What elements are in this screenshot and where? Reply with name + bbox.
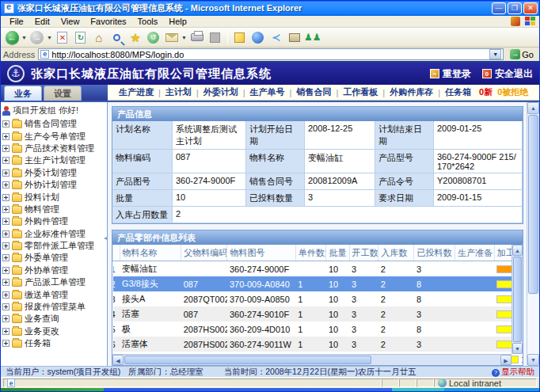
parts-vertical-scrollbar[interactable]: ▲ ▼	[511, 245, 523, 354]
nav-item[interactable]: 外委计划	[199, 86, 243, 98]
table-row[interactable]: 2G3/8接头087370-009-A084011032820 %	[113, 276, 523, 291]
scroll-down-icon[interactable]: ▼	[512, 343, 523, 354]
forward-button[interactable]: →	[29, 29, 45, 45]
nav-item[interactable]: 生产单号	[245, 86, 290, 98]
back-button[interactable]: ←	[4, 29, 20, 45]
tree-item[interactable]: 产品技术资料管理	[2, 143, 105, 154]
home-button[interactable]: ⌂	[91, 29, 107, 45]
page-scroll-up-icon[interactable]: ▲	[527, 102, 539, 114]
tree-item[interactable]: 企业标准件管理	[2, 228, 105, 240]
expand-plus-icon[interactable]	[2, 218, 10, 225]
tab-设置[interactable]: 设置	[44, 86, 82, 101]
show-help-link[interactable]: ?显示帮助	[492, 367, 534, 378]
column-header[interactable]: 单件数量	[295, 245, 326, 261]
tree-item[interactable]: 外协单管理	[2, 265, 105, 276]
column-header[interactable]: 已投料数	[414, 245, 455, 261]
expand-plus-icon[interactable]	[2, 145, 10, 152]
search-icon[interactable]	[109, 29, 125, 45]
column-header[interactable]: 入库数	[378, 245, 414, 261]
mail-dropdown-icon[interactable]: ▼	[181, 35, 187, 40]
column-header[interactable]: 父物料编码	[181, 245, 227, 261]
history-icon[interactable]: ↺	[146, 29, 162, 45]
relogin-button[interactable]: ⌁ 重登录	[430, 67, 471, 81]
tree-item[interactable]: 投料计划	[2, 191, 105, 203]
print-icon[interactable]	[189, 29, 205, 45]
tree-item[interactable]: 外协计划管理	[2, 179, 105, 191]
expand-plus-icon[interactable]	[2, 303, 10, 310]
msn-buddies-icon[interactable]: ♟♟	[305, 29, 321, 45]
research-book-icon[interactable]	[287, 29, 302, 45]
tree-item[interactable]: 任务箱	[2, 337, 105, 349]
expand-plus-icon[interactable]	[2, 328, 10, 335]
minimize-button[interactable]: —	[492, 2, 506, 14]
table-row[interactable]: 5极2087HS002360-209-4D01011032820 %	[113, 322, 523, 337]
tab-业务[interactable]: 业务	[4, 86, 42, 101]
refresh-button[interactable]: ↻	[73, 29, 89, 45]
tree-item[interactable]: 外委计划管理	[2, 167, 105, 179]
go-button[interactable]: → Go	[507, 48, 537, 61]
nav-item[interactable]: 生产进度	[114, 86, 158, 98]
table-row[interactable]: 4活塞087360-274-9010F11032320 %	[113, 306, 523, 322]
table-row[interactable]: 1变幅油缸360-274-9000F1032329 %	[113, 261, 523, 277]
sidebar-collapse-icon[interactable]: ◂	[104, 234, 107, 242]
nav-item[interactable]: 主计划	[161, 86, 196, 98]
discuss-icon[interactable]	[232, 29, 248, 45]
address-dropdown-icon[interactable]: ▼	[489, 49, 501, 59]
expand-plus-icon[interactable]	[2, 206, 10, 213]
nav-item[interactable]: 销售合同	[291, 86, 336, 98]
address-input[interactable]: e http://localhost:8080/MPS/login.do ▼	[38, 48, 504, 60]
column-header[interactable]: 生产准备	[455, 245, 495, 261]
expand-plus-icon[interactable]	[2, 242, 10, 249]
tree-item[interactable]: 业务更改	[2, 325, 105, 337]
nav-item[interactable]: 工作看板	[338, 86, 382, 98]
expand-plus-icon[interactable]	[2, 230, 10, 238]
menu-help[interactable]: Help	[163, 17, 192, 26]
column-header[interactable]: 开工数	[349, 245, 378, 261]
maximize-button[interactable]: ❐	[508, 2, 522, 14]
tree-item[interactable]: 业务查询	[2, 313, 105, 325]
column-header[interactable]: 物料图号	[227, 245, 295, 261]
tree-item[interactable]: 主生产计划管理	[2, 154, 105, 166]
close-button[interactable]: ✕	[523, 2, 538, 14]
tree-item[interactable]: 物料管理	[2, 204, 105, 215]
expand-plus-icon[interactable]	[2, 279, 10, 286]
scroll-left-icon[interactable]: ◀	[112, 355, 124, 365]
edit-icon[interactable]	[207, 29, 223, 45]
expand-plus-icon[interactable]	[2, 291, 10, 299]
logout-button[interactable]: 0 安全退出	[482, 67, 533, 81]
expand-plus-icon[interactable]	[2, 254, 10, 261]
back-dropdown-icon[interactable]: ▼	[21, 35, 27, 40]
menu-view[interactable]: View	[55, 17, 86, 26]
expand-plus-icon[interactable]	[2, 169, 10, 177]
menu-edit[interactable]: Edit	[29, 17, 55, 26]
tree-item[interactable]: 零部件派工单管理	[2, 240, 105, 252]
tree-item[interactable]: 销售合同管理	[2, 118, 105, 130]
table-row[interactable]: 6活塞体2087HS002360-274-9011W11032320 %	[113, 337, 523, 352]
expand-plus-icon[interactable]	[2, 181, 10, 188]
page-scroll-down-icon[interactable]: ▼	[527, 354, 539, 366]
tree-item[interactable]: 产品派工单管理	[2, 276, 105, 288]
start-button-fragment[interactable]	[1, 388, 104, 391]
stop-button[interactable]: ✕	[55, 29, 70, 45]
scroll-right-icon[interactable]: ▶	[500, 355, 511, 365]
windows-taskbar[interactable]	[1, 388, 539, 391]
expand-plus-icon[interactable]	[2, 340, 10, 347]
menu-favorites[interactable]: Favorites	[85, 17, 131, 26]
column-header[interactable]: 批量	[326, 245, 349, 261]
favorites-icon[interactable]: ★	[127, 29, 143, 45]
nav-item[interactable]: 外购件库存	[385, 86, 438, 98]
menu-file[interactable]: File	[4, 17, 29, 26]
expand-plus-icon[interactable]	[2, 157, 10, 164]
expand-plus-icon[interactable]	[2, 120, 10, 127]
tree-item[interactable]: 报废件管理菜单	[2, 301, 105, 313]
tree-item[interactable]: 外委单管理	[2, 252, 105, 264]
nav-item[interactable]: 任务箱	[440, 86, 476, 98]
forward-dropdown-icon[interactable]: ▼	[47, 35, 52, 40]
tree-item[interactable]: 外购件管理	[2, 215, 105, 227]
scroll-up-icon[interactable]: ▲	[512, 245, 523, 256]
tree-item[interactable]: 生产令号单管理	[2, 130, 105, 142]
tree-item[interactable]: 缴送单管理	[2, 288, 105, 300]
quick-launch-icon[interactable]: ≺	[268, 29, 284, 45]
expand-plus-icon[interactable]	[2, 267, 10, 274]
column-header[interactable]: 物料名称	[120, 245, 181, 261]
